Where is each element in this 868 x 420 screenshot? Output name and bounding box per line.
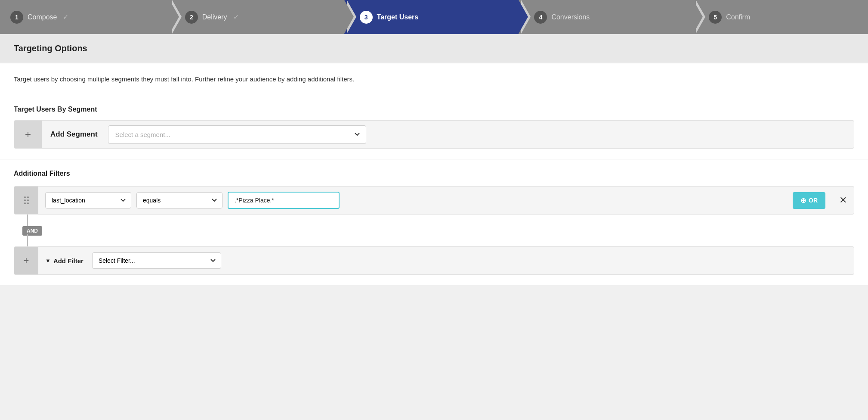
and-badge-container: AND xyxy=(14,227,854,234)
or-plus-icon: ⊕ xyxy=(800,196,806,205)
add-filter-row: + ▼ Add Filter Select Filter... xyxy=(14,246,854,275)
add-filter-plus-icon: + xyxy=(24,255,29,266)
step-conversions[interactable]: 4 Conversions xyxy=(519,0,693,34)
filter-drag-handle[interactable] xyxy=(14,187,38,214)
description-section: Target users by choosing multiple segmen… xyxy=(0,63,868,95)
step-number-delivery: 2 xyxy=(185,11,198,24)
segment-select[interactable]: Select a segment... xyxy=(108,125,366,144)
add-segment-plus-button[interactable]: + xyxy=(14,121,42,148)
add-filter-select[interactable]: Select Filter... xyxy=(92,252,221,269)
check-icon-delivery: ✓ xyxy=(233,13,239,21)
add-filter-plus-button[interactable]: + xyxy=(14,247,38,274)
step-label-target: Target Users xyxy=(377,13,419,21)
plus-icon: + xyxy=(25,128,31,140)
step-label-compose: Compose xyxy=(28,13,57,21)
stepper: 1 Compose ✓ 2 Delivery ✓ 3 Target Users … xyxy=(0,0,868,34)
drag-icon xyxy=(24,196,29,204)
description-text: Target users by choosing multiple segmen… xyxy=(14,75,854,83)
section-header: Targeting Options xyxy=(0,34,868,63)
and-line-top xyxy=(27,215,28,227)
step-label-delivery: Delivery xyxy=(202,13,227,21)
step-number-confirm: 5 xyxy=(709,11,722,24)
filter-funnel-icon: ▼ xyxy=(45,258,51,264)
check-icon-compose: ✓ xyxy=(63,13,68,21)
or-button-label: OR xyxy=(809,197,818,204)
main-content: Targeting Options Target users by choosi… xyxy=(0,34,868,285)
step-target-users[interactable]: 3 Target Users xyxy=(344,0,519,34)
step-confirm[interactable]: 5 Confirm xyxy=(693,0,868,34)
filter-attribute-select[interactable]: last_location xyxy=(45,192,131,208)
segment-section: Target Users By Segment + Add Segment Se… xyxy=(0,95,868,159)
filter-value-input[interactable] xyxy=(228,192,340,209)
filter-controls: last_location equals ⊕ OR xyxy=(38,187,832,214)
step-number-target: 3 xyxy=(360,11,373,24)
section-title: Targeting Options xyxy=(14,44,854,53)
step-delivery[interactable]: 2 Delivery ✓ xyxy=(170,0,344,34)
and-connector-bottom xyxy=(14,234,854,246)
step-compose[interactable]: 1 Compose ✓ xyxy=(0,0,170,34)
or-button[interactable]: ⊕ OR xyxy=(793,192,825,209)
step-number-conversions: 4 xyxy=(534,11,547,24)
step-label-conversions: Conversions xyxy=(551,13,590,21)
add-filter-label: ▼ Add Filter xyxy=(45,257,83,264)
filters-section: Additional Filters last_location equals xyxy=(0,159,868,285)
filter-operator-select[interactable]: equals xyxy=(136,192,222,208)
and-connector xyxy=(14,215,854,227)
add-segment-label: Add Segment xyxy=(50,130,98,139)
segment-section-title: Target Users By Segment xyxy=(14,106,854,113)
and-badge[interactable]: AND xyxy=(22,226,42,236)
filters-section-title: Additional Filters xyxy=(14,170,854,177)
filter-row: last_location equals ⊕ OR ✕ xyxy=(14,186,854,215)
remove-filter-button[interactable]: ✕ xyxy=(832,195,854,206)
add-segment-row: + Add Segment Select a segment... xyxy=(14,120,854,149)
step-label-confirm: Confirm xyxy=(726,13,750,21)
and-line-bottom xyxy=(27,234,28,246)
step-number-compose: 1 xyxy=(10,11,23,24)
